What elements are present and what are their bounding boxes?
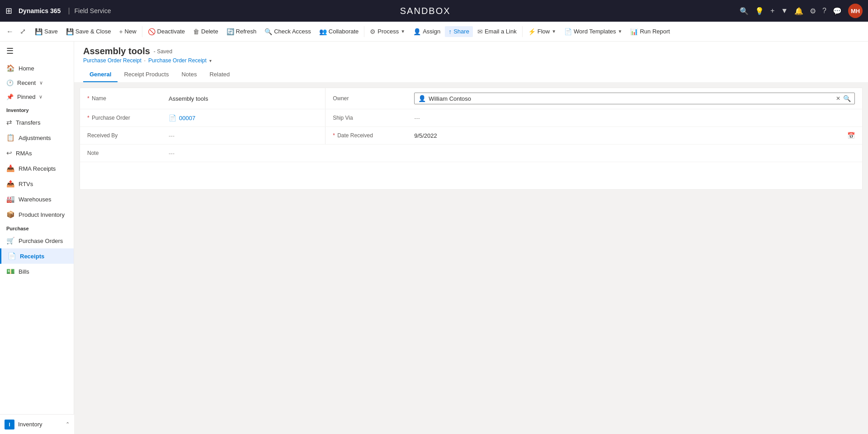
po-number[interactable]: 00007 bbox=[179, 115, 195, 121]
sidebar-item-product-inventory[interactable]: 📦 Product Inventory bbox=[0, 207, 74, 222]
po-link[interactable]: 📄 00007 bbox=[169, 114, 318, 121]
toolbar: ← ⤢ 💾 Save 💾 Save & Close + New 🚫 Deacti… bbox=[0, 22, 868, 42]
sidebar-transfers-label: Transfers bbox=[16, 119, 40, 126]
sidebar-item-rtvs[interactable]: 📤 RTVs bbox=[0, 176, 74, 191]
help-icon[interactable]: ? bbox=[822, 7, 826, 15]
owner-name: William Contoso bbox=[429, 95, 471, 102]
content-area: Assembly tools - Saved Purchase Order Re… bbox=[74, 42, 868, 434]
ship-via-value[interactable]: --- bbox=[407, 109, 862, 127]
received-by-label: Received By bbox=[80, 127, 161, 145]
delete-button[interactable]: 🗑 Delete bbox=[189, 26, 222, 37]
email-link-button[interactable]: ✉ Email a Link bbox=[474, 26, 520, 37]
chat-icon[interactable]: 💬 bbox=[833, 7, 842, 15]
delete-icon: 🗑 bbox=[193, 28, 199, 35]
save-icon: 💾 bbox=[35, 28, 42, 35]
sidebar-item-bills[interactable]: 💵 Bills bbox=[0, 264, 74, 279]
bell-icon[interactable]: 🔔 bbox=[794, 7, 803, 15]
settings-icon[interactable]: ⚙ bbox=[810, 7, 816, 15]
breadcrumb-chevron[interactable]: ▾ bbox=[209, 58, 212, 63]
lightbulb-icon[interactable]: 💡 bbox=[755, 7, 764, 15]
deactivate-icon: 🚫 bbox=[148, 28, 156, 35]
word-templates-chevron: ▼ bbox=[618, 29, 623, 34]
restore-button[interactable]: ⤢ bbox=[17, 25, 28, 37]
tab-related[interactable]: Related bbox=[203, 67, 236, 82]
sidebar-collapse-pinned[interactable]: 📌 Pinned ∨ bbox=[0, 90, 74, 104]
sidebar-product-inventory-label: Product Inventory bbox=[19, 211, 65, 218]
sidebar-item-adjustments[interactable]: 📋 Adjustments bbox=[0, 130, 74, 145]
owner-person-icon: 👤 bbox=[418, 95, 426, 102]
deactivate-button[interactable]: 🚫 Deactivate bbox=[144, 26, 189, 37]
page-header: Assembly tools - Saved Purchase Order Re… bbox=[74, 42, 868, 82]
process-button[interactable]: ⚙ Process ▼ bbox=[366, 26, 409, 37]
recent-icon: 🕐 bbox=[6, 79, 14, 86]
home-icon: 🏠 bbox=[6, 64, 15, 72]
name-required: * bbox=[87, 95, 90, 102]
po-required: * bbox=[87, 115, 90, 121]
filter-icon[interactable]: ▼ bbox=[781, 7, 788, 15]
owner-search-icon[interactable]: 🔍 bbox=[843, 95, 851, 102]
calendar-icon[interactable]: 📅 bbox=[847, 132, 855, 139]
sidebar-item-purchase-orders[interactable]: 🛒 Purchase Orders bbox=[0, 233, 74, 248]
save-button[interactable]: 💾 Save bbox=[31, 26, 61, 37]
form-row-note: Note --- bbox=[80, 145, 862, 162]
refresh-button[interactable]: 🔄 Refresh bbox=[223, 26, 260, 37]
tab-receipt-products[interactable]: Receipt Products bbox=[118, 67, 175, 82]
sidebar-collapse-recent[interactable]: 🕐 Recent ∨ bbox=[0, 76, 74, 90]
bottom-bar[interactable]: I Inventory ⌃ bbox=[0, 414, 74, 434]
sidebar-bills-label: Bills bbox=[19, 268, 29, 275]
toolbar-separator-3 bbox=[522, 26, 523, 37]
bills-icon: 💵 bbox=[6, 267, 15, 275]
search-icon[interactable]: 🔍 bbox=[740, 7, 749, 15]
received-by-value[interactable]: --- bbox=[161, 127, 325, 145]
add-icon[interactable]: + bbox=[770, 7, 774, 15]
recent-chevron: ∨ bbox=[39, 80, 43, 86]
pin-icon: 📌 bbox=[6, 93, 14, 100]
word-templates-button[interactable]: 📄 Word Templates ▼ bbox=[561, 26, 626, 37]
sidebar-item-rma-receipts[interactable]: 📥 RMA Receipts bbox=[0, 161, 74, 176]
name-value[interactable]: Assembly tools bbox=[161, 88, 325, 109]
run-report-button[interactable]: 📊 Run Report bbox=[627, 26, 673, 37]
waffle-icon[interactable]: ⊞ bbox=[5, 6, 12, 16]
sandbox-title: SANDBOX bbox=[115, 6, 735, 16]
new-button[interactable]: + New bbox=[115, 26, 140, 37]
avatar[interactable]: MH bbox=[848, 4, 863, 18]
check-access-button[interactable]: 🔍 Check Access bbox=[261, 26, 315, 37]
sidebar-item-transfers[interactable]: ⇄ Transfers bbox=[0, 115, 74, 130]
collaborate-button[interactable]: 👥 Collaborate bbox=[316, 26, 363, 37]
tab-general[interactable]: General bbox=[83, 67, 118, 82]
note-label: Note bbox=[80, 145, 161, 162]
purchase-section-header: Purchase bbox=[0, 222, 74, 233]
breadcrumb-link-2[interactable]: Purchase Order Receipt bbox=[148, 57, 207, 64]
name-label: * Name bbox=[80, 88, 161, 109]
breadcrumb-link-1[interactable]: Purchase Order Receipt bbox=[83, 57, 142, 64]
sidebar-item-receipts[interactable]: 📄 Receipts bbox=[0, 248, 74, 264]
sidebar-item-warehouses[interactable]: 🏭 Warehouses bbox=[0, 191, 74, 207]
rmas-icon: ↩ bbox=[6, 149, 12, 157]
flow-button[interactable]: ⚡ Flow ▼ bbox=[524, 26, 560, 37]
divider: | bbox=[68, 7, 70, 15]
save-close-button[interactable]: 💾 Save & Close bbox=[62, 26, 115, 37]
flow-icon: ⚡ bbox=[528, 28, 536, 35]
share-button[interactable]: ↑ Share bbox=[445, 26, 473, 37]
sidebar-item-home[interactable]: 🏠 Home bbox=[0, 61, 74, 76]
warehouses-icon: 🏭 bbox=[6, 195, 15, 203]
tab-notes[interactable]: Notes bbox=[175, 67, 203, 82]
form-row-po-ship: * Purchase Order 📄 00007 Ship Via --- bbox=[80, 109, 862, 127]
sidebar-item-rmas[interactable]: ↩ RMAs bbox=[0, 145, 74, 161]
sidebar-menu-button[interactable]: ☰ bbox=[0, 42, 74, 61]
run-report-icon: 📊 bbox=[630, 28, 638, 35]
note-value[interactable]: --- bbox=[161, 145, 862, 162]
new-icon: + bbox=[119, 28, 123, 35]
owner-clear-button[interactable]: ✕ bbox=[836, 95, 840, 102]
toolbar-separator-2 bbox=[364, 26, 364, 37]
sidebar: ☰ 🏠 Home 🕐 Recent ∨ 📌 Pinned ∨ Inventory… bbox=[0, 42, 74, 434]
date-value[interactable]: 9/5/2022 bbox=[414, 132, 437, 139]
word-icon: 📄 bbox=[564, 28, 572, 35]
toolbar-separator-1 bbox=[142, 26, 142, 37]
assign-button[interactable]: 👤 Assign bbox=[410, 26, 444, 37]
module-label: Field Service bbox=[75, 7, 111, 14]
date-field: 9/5/2022 📅 bbox=[414, 132, 855, 139]
top-bar-icons: 🔍 💡 + ▼ 🔔 ⚙ ? 💬 MH bbox=[740, 4, 863, 18]
back-button[interactable]: ← bbox=[4, 26, 16, 37]
owner-field[interactable]: 👤 William Contoso ✕ 🔍 bbox=[414, 93, 855, 104]
